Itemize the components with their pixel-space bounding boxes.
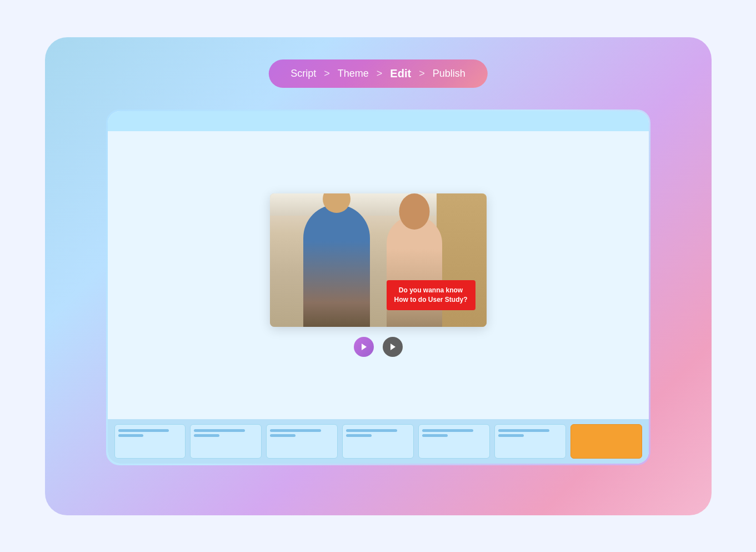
strip-line [194, 434, 219, 437]
monitor-topbar [108, 111, 649, 131]
breadcrumb-sep-3: > [419, 68, 425, 79]
strip-card-7-orange[interactable] [570, 424, 642, 459]
strip-card-5[interactable] [418, 424, 490, 459]
strip-line [346, 429, 397, 432]
play-secondary-button[interactable] [383, 337, 403, 357]
strip-card-4[interactable] [342, 424, 414, 459]
breadcrumb-theme[interactable]: Theme [338, 68, 369, 79]
monitor-content: Do you wanna know How to do User Study? [108, 131, 649, 419]
strip-line [118, 434, 144, 437]
breadcrumb-script[interactable]: Script [291, 68, 316, 79]
breadcrumb-edit[interactable]: Edit [390, 67, 411, 80]
play-secondary-icon [389, 343, 397, 351]
outer-wrapper: Script > Theme > Edit > Publish [45, 37, 712, 515]
strip-card-1[interactable] [114, 424, 186, 459]
strip-line [498, 429, 549, 432]
strip-line [194, 429, 245, 432]
strip-line [346, 434, 372, 437]
monitor: Do you wanna know How to do User Study? [106, 110, 650, 465]
strip-card-2[interactable] [190, 424, 262, 459]
svg-marker-1 [390, 344, 395, 350]
strip-line [270, 434, 296, 437]
person-right [387, 216, 442, 327]
breadcrumb: Script > Theme > Edit > Publish [268, 59, 487, 88]
strip-line [422, 429, 473, 432]
breadcrumb-sep-1: > [324, 68, 330, 79]
strip-line [422, 434, 448, 437]
filmstrip [108, 419, 649, 464]
strip-card-6[interactable] [494, 424, 566, 459]
strip-line [118, 429, 169, 432]
strip-line [270, 429, 321, 432]
breadcrumb-publish[interactable]: Publish [433, 68, 465, 79]
video-preview[interactable]: Do you wanna know How to do User Study? [270, 193, 487, 327]
person-left [303, 205, 370, 327]
svg-marker-0 [362, 344, 367, 350]
video-text-overlay: Do you wanna know How to do User Study? [387, 280, 475, 310]
play-controls [354, 337, 403, 357]
play-primary-icon [360, 343, 368, 351]
strip-line [498, 434, 524, 437]
strip-card-3[interactable] [266, 424, 338, 459]
play-primary-button[interactable] [354, 337, 374, 357]
breadcrumb-sep-2: > [377, 68, 383, 79]
monitor-frame: Do you wanna know How to do User Study? [106, 110, 650, 465]
monitor-inner: Do you wanna know How to do User Study? [108, 111, 649, 464]
